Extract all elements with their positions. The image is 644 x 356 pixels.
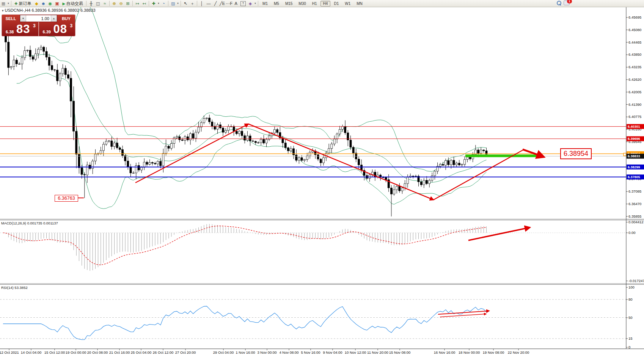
svg-text:11 Nov 20:00: 11 Nov 20:00 [367,350,388,354]
svg-text:6.38299: 6.38299 [628,165,640,169]
buy-button[interactable]: BUY [57,15,75,22]
timeframe-group: M1M5M15M30H1H4D1W1MN [259,1,366,6]
svg-text:27 Oct 20:00: 27 Oct 20:00 [175,350,196,354]
search-icon[interactable] [557,1,561,5]
volume-input[interactable]: 1.00 [26,15,51,22]
arrows-icon[interactable]: ◈ [247,0,254,6]
timeframe-m1[interactable]: M1 [260,1,270,6]
svg-text:6.41390: 6.41390 [628,102,641,107]
timeframe-m30[interactable]: M30 [296,1,308,6]
cursor-icon[interactable]: ↖ [182,0,189,6]
svg-text:15: 15 [628,336,633,340]
trendline-icon[interactable]: ╱ [212,0,219,6]
macd-label: MACD(12,26,9) 0.001735 0.001137 [1,221,58,225]
svg-text:6.45080: 6.45080 [628,28,641,32]
low-annotation-connector [78,198,84,198]
chart-type-dropdown[interactable]: ▾ [176,2,179,5]
market-icon[interactable]: ▣ [53,0,60,6]
chart-window-dropdown[interactable]: ▾ [7,2,10,5]
line-chart-icon[interactable]: ≈ [101,0,108,6]
svg-text:18 Nov 00:00: 18 Nov 00:00 [459,350,480,354]
volume-decrease-button[interactable]: ▼ [20,15,26,22]
bar-chart-icon[interactable]: ╫ [88,0,94,6]
notifications-icon[interactable]: 1 [564,0,570,5]
svg-text:6.42620: 6.42620 [628,77,641,82]
sell-button[interactable]: SELL [2,15,20,22]
crosshair-icon[interactable]: ＋ [189,0,196,6]
text-icon[interactable]: A [232,0,239,6]
svg-text:6.43235: 6.43235 [628,65,641,69]
svg-text:22 Nov 20:00: 22 Nov 20:00 [508,350,529,354]
toolbar-separator [258,1,258,6]
toolbar-separator [181,1,181,6]
svg-text:15 Nov 08:00: 15 Nov 08:00 [389,350,411,354]
channel-icon[interactable]: ╱E [219,0,226,6]
new-chart-icon[interactable]: ✚ [150,0,157,6]
timeframe-w1[interactable]: W1 [342,1,353,6]
zoom-in-icon[interactable]: ⊕ [111,0,118,6]
symbol-dropdown-icon[interactable]: ▾ [2,9,4,13]
candlestick-chart-icon[interactable]: ◫ [94,0,101,6]
svg-text:12 Oct 2021: 12 Oct 2021 [0,350,19,354]
svg-text:19 Oct 00:00: 19 Oct 00:00 [66,350,86,354]
paint-icon[interactable]: ◆ [33,0,40,6]
profile-icon[interactable]: ☻ [40,0,47,6]
chart-shift-icon[interactable]: ↤ [141,0,148,6]
svg-text:0.004412: 0.004412 [628,220,644,224]
svg-text:0.00: 0.00 [628,231,636,235]
timeframe-m15[interactable]: M15 [283,1,295,6]
pane-frame [0,6,644,349]
autotrading-button[interactable]: ▶自动交易 [60,0,85,6]
timeframe-m5[interactable]: M5 [271,1,282,6]
timeframe-h1[interactable]: H1 [309,1,320,6]
svg-text:6.40775: 6.40775 [628,114,641,119]
svg-text:80: 80 [628,297,633,301]
svg-text:3 Nov 00:00: 3 Nov 00:00 [257,350,276,354]
toolbar-main-group: ▦▾✚新订单◆☻◉▣▶自动交易╫◫≈⊕⊖⊞↦↤✚▾◔▨▾↖＋│—╱╱E⋯FAT◈… [0,0,259,6]
tile-windows-icon[interactable]: ⊞ [124,0,131,6]
zoom-out-icon[interactable]: ⊖ [118,0,124,6]
svg-text:29 Oct 04:00: 29 Oct 04:00 [213,350,234,354]
toolbar-separator [109,1,110,6]
timeframe-d1[interactable]: D1 [331,1,341,6]
svg-text:15 Oct 12:00: 15 Oct 12:00 [44,350,65,354]
svg-text:25 Oct 04:00: 25 Oct 04:00 [131,350,151,354]
rsi-pane [0,300,626,340]
toolbar-separator [149,1,149,6]
sell-price[interactable]: 6.38 83 3 [2,22,39,36]
new-chart-dropdown[interactable]: ▾ [157,2,160,5]
svg-text:5 Nov 16:00: 5 Nov 16:00 [301,350,320,354]
timeframe-mn[interactable]: MN [354,1,365,6]
mt4-terminal-window: { "window": { "notification_badge": "1" … [0,0,644,356]
timeframe-h4[interactable]: H4 [320,1,331,6]
support-zone-bar[interactable] [465,155,542,157]
svg-text:16 Nov 16:00: 16 Nov 16:00 [434,350,456,354]
low-price-annotation[interactable]: 6.36763 [55,195,78,202]
svg-text:6.39696: 6.39696 [628,137,640,141]
toolbar-right-group: 1 [557,0,570,5]
svg-text:10 Nov 12:00: 10 Nov 12:00 [345,350,366,354]
fibonacci-icon[interactable]: ⋯F [226,0,232,6]
svg-text:6.37805: 6.37805 [628,175,640,179]
svg-text:4 Nov 08:00: 4 Nov 08:00 [279,350,298,354]
period-icon[interactable]: ◔ [160,0,167,6]
chart-window-icon[interactable]: ▦ [0,0,7,6]
macd-pane [0,224,626,271]
toolbar-separator [11,1,11,6]
horizontal-line-icon[interactable]: — [205,0,212,6]
text-label-icon[interactable]: T [240,1,246,6]
arrows-dropdown[interactable]: ▾ [254,2,257,5]
vertical-line-icon[interactable]: │ [198,0,205,6]
top-toolbar: ▦▾✚新订单◆☻◉▣▶自动交易╫◫≈⊕⊖⊞↦↤✚▾◔▨▾↖＋│—╱╱E⋯FAT◈… [0,0,644,7]
time-axis: 12 Oct 202114 Oct 04:0015 Oct 12:0019 Oc… [0,349,529,354]
signals-icon[interactable]: ◉ [47,0,53,6]
level-handle[interactable] [624,153,626,156]
chart-type-icon[interactable]: ▨ [170,0,176,6]
new-order-button[interactable]: ✚新订单 [13,0,33,6]
target-price-annotation[interactable]: 6.38954 [560,148,592,159]
svg-text:19 Nov 08:00: 19 Nov 08:00 [483,350,504,354]
one-click-trading-panel: SELL ▼ 1.00 ▲ BUY 6.38 83 3 6.39 08 3 [2,15,75,36]
volume-increase-button[interactable]: ▲ [51,15,57,22]
buy-price[interactable]: 6.39 08 3 [39,22,75,36]
auto-scroll-icon[interactable]: ↦ [134,0,141,6]
